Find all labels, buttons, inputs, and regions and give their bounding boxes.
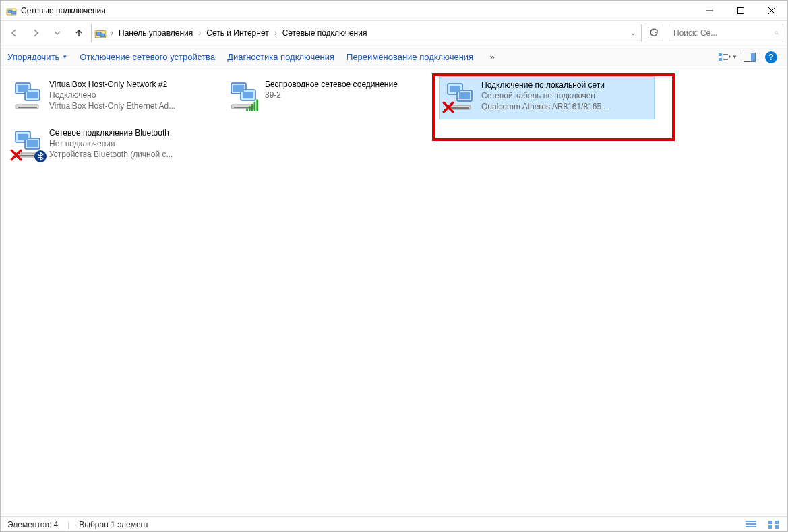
nav-back-button[interactable] — [5, 24, 24, 42]
window: Сетевые подключения › Панель управления … — [0, 0, 788, 532]
svg-rect-19 — [751, 53, 756, 61]
diagnose-button[interactable]: Диагностика подключения — [227, 52, 334, 62]
nav-recent-button[interactable] — [48, 24, 67, 42]
minimize-button[interactable] — [694, 1, 725, 21]
svg-rect-22 — [768, 525, 772, 529]
connection-device: Устройства Bluetooth (личной с... — [49, 149, 173, 160]
preview-pane-button[interactable] — [740, 48, 759, 67]
breadcrumb-item[interactable]: Сетевые подключения — [280, 28, 370, 38]
connection-status: Подключено — [49, 90, 175, 100]
titlebar: Сетевые подключения — [1, 1, 787, 21]
svg-rect-21 — [775, 521, 779, 524]
nav-up-button[interactable] — [69, 24, 88, 42]
close-button[interactable] — [756, 1, 787, 21]
disconnected-x-icon — [442, 101, 454, 113]
svg-rect-17 — [719, 58, 722, 61]
search-input[interactable] — [673, 28, 775, 38]
window-title: Сетевые подключения — [21, 6, 106, 16]
connection-name: Беспроводное сетевое соединение — [265, 79, 398, 90]
help-button[interactable]: ? — [762, 48, 781, 67]
network-adapter-icon — [227, 79, 260, 111]
breadcrumb-dropdown-icon[interactable]: ⌄ — [628, 29, 638, 36]
disable-device-button[interactable]: Отключение сетевого устройства — [80, 52, 215, 62]
breadcrumb-item[interactable]: Панель управления — [116, 28, 195, 38]
connection-item[interactable]: Подключение по локальной сети Сетевой ка… — [439, 76, 655, 119]
wifi-signal-icon — [245, 95, 262, 113]
chevron-right-icon: › — [273, 28, 278, 38]
network-adapter-icon — [444, 80, 476, 112]
statusbar: Элементов: 4 | Выбран 1 элемент — [1, 516, 787, 531]
large-icons-view-button[interactable] — [767, 519, 781, 530]
bluetooth-icon — [34, 150, 47, 162]
app-icon — [6, 5, 17, 16]
svg-rect-23 — [775, 525, 779, 529]
search-box[interactable] — [669, 24, 783, 42]
help-icon: ? — [765, 51, 777, 63]
chevron-right-icon: › — [109, 28, 115, 38]
navbar: › Панель управления › Сеть и Интернет › … — [1, 21, 787, 45]
connection-status: Сетевой кабель не подключен — [481, 90, 610, 101]
connection-status: Нет подключения — [49, 138, 173, 149]
breadcrumb[interactable]: › Панель управления › Сеть и Интернет › … — [91, 24, 642, 42]
connection-name: VirtualBox Host-Only Network #2 — [49, 79, 175, 90]
breadcrumb-icon — [94, 27, 107, 39]
connection-item[interactable]: Сетевое подключение Bluetooth Нет подклю… — [7, 125, 210, 168]
details-view-button[interactable] — [744, 519, 758, 530]
rename-button[interactable]: Переименование подключения — [346, 52, 473, 62]
search-icon — [775, 28, 779, 38]
disconnected-x-icon — [10, 149, 22, 161]
organize-button[interactable]: Упорядочить▼ — [7, 52, 67, 62]
nav-forward-button[interactable] — [26, 24, 45, 42]
refresh-button[interactable] — [644, 24, 663, 42]
svg-point-15 — [775, 31, 777, 33]
maximize-button[interactable] — [725, 1, 756, 21]
connection-item[interactable]: VirtualBox Host-Only Network #2 Подключе… — [7, 76, 210, 119]
toolbar: Упорядочить▼ Отключение сетевого устройс… — [1, 45, 787, 69]
svg-rect-16 — [719, 53, 722, 56]
connection-status: 39-2 — [265, 90, 398, 100]
network-adapter-icon — [11, 127, 44, 160]
connection-item[interactable]: Беспроводное сетевое соединение 39-2 — [223, 76, 425, 119]
connection-device: VirtualBox Host-Only Ethernet Ad... — [49, 100, 175, 111]
network-adapter-icon — [11, 79, 44, 111]
connection-device: Qualcomm Atheros AR8161/8165 ... — [481, 101, 610, 112]
svg-rect-14 — [738, 7, 744, 13]
status-count: Элементов: 4 — [7, 520, 58, 529]
view-options-button[interactable]: ▼ — [719, 48, 737, 67]
content-area[interactable]: VirtualBox Host-Only Network #2 Подключе… — [1, 69, 787, 516]
status-selection: Выбран 1 элемент — [79, 520, 148, 529]
chevron-right-icon: › — [197, 28, 202, 38]
breadcrumb-item[interactable]: Сеть и Интернет — [204, 28, 271, 38]
connection-name: Подключение по локальной сети — [481, 80, 610, 90]
svg-rect-20 — [768, 521, 772, 524]
toolbar-overflow-button[interactable]: » — [485, 52, 498, 62]
connection-name: Сетевое подключение Bluetooth — [49, 127, 173, 138]
